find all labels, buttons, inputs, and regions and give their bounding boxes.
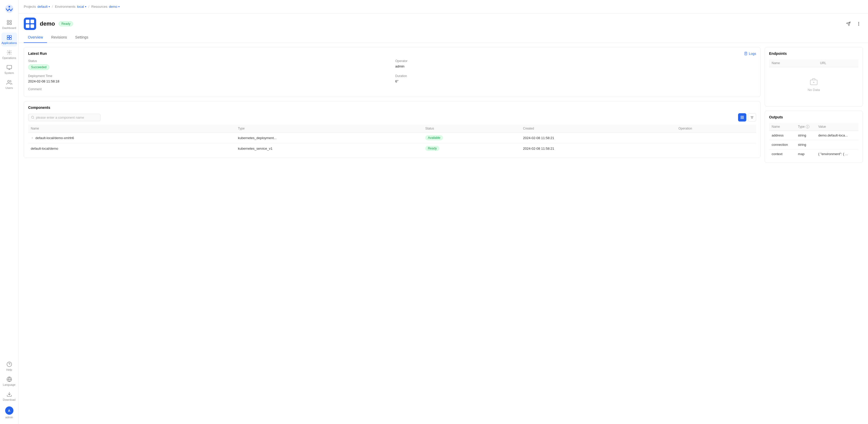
col-status: Status xyxy=(423,124,520,133)
table-row: context map { "environment": { ... xyxy=(769,149,859,159)
outputs-card: Outputs Name Type i Value xyxy=(765,111,863,163)
search-input[interactable] xyxy=(36,116,98,119)
sidebar-item-system-label: System xyxy=(4,72,14,75)
operator-field: Operator admin xyxy=(395,59,756,70)
no-data-label: No Data xyxy=(808,88,820,92)
sidebar-item-language[interactable]: Language xyxy=(2,374,17,388)
svg-rect-10 xyxy=(7,65,11,69)
sidebar-item-operations[interactable]: Operations xyxy=(2,48,17,61)
svg-point-12 xyxy=(7,362,11,367)
component-status-cell: Ready xyxy=(423,143,520,154)
output-type: string xyxy=(796,131,816,140)
environments-chevron-icon: ▾ xyxy=(85,5,86,8)
projects-value: default xyxy=(37,5,48,8)
topbar: Projects default ▾ / Environments local … xyxy=(19,0,868,13)
sidebar-item-help-label: Help xyxy=(6,368,12,371)
outputs-title: Outputs xyxy=(769,115,859,119)
logo[interactable] xyxy=(4,3,15,15)
no-data: No Data xyxy=(772,70,856,100)
output-value: { "environment": { ... xyxy=(815,149,859,159)
sidebar-item-dashboard-label: Dashboard xyxy=(2,26,16,29)
deployment-time-value: 2024-02-08 11:58:18 xyxy=(28,79,389,83)
output-name: address xyxy=(769,131,796,140)
avatar: A xyxy=(5,406,13,415)
more-options-button[interactable] xyxy=(855,20,863,28)
svg-rect-8 xyxy=(9,38,11,39)
svg-point-26 xyxy=(32,116,34,118)
sidebar-item-dashboard[interactable]: Dashboard xyxy=(2,18,17,32)
tab-settings[interactable]: Settings xyxy=(71,32,92,43)
svg-rect-5 xyxy=(7,35,9,37)
component-name-cell: default-local/demo xyxy=(28,143,235,154)
components-title: Components xyxy=(28,106,756,110)
sidebar-item-download[interactable]: Download xyxy=(2,389,17,403)
component-search-box[interactable] xyxy=(28,114,100,121)
tab-revisions[interactable]: Revisions xyxy=(47,32,71,43)
svg-rect-6 xyxy=(9,35,11,37)
tab-overview[interactable]: Overview xyxy=(24,32,47,43)
user-profile[interactable]: A admin xyxy=(2,404,17,421)
components-table: Name Type Status Created Operation ＋ def… xyxy=(28,124,756,153)
sidebar-item-operations-label: Operations xyxy=(2,56,16,59)
component-created-cell: 2024-02-08 11:58:21 xyxy=(520,143,676,154)
endpoints-col-name: Name xyxy=(769,59,817,67)
resources-select[interactable]: demo ▾ xyxy=(109,5,120,8)
tabs: Overview Revisions Settings xyxy=(19,32,868,43)
resource-icon xyxy=(24,18,36,30)
sidebar-item-help[interactable]: Help xyxy=(2,359,17,373)
svg-point-21 xyxy=(859,25,859,25)
components-toolbar xyxy=(28,113,756,121)
latest-run-card: Latest Run Logs Status xyxy=(24,47,761,97)
logs-button[interactable]: Logs xyxy=(744,52,756,56)
endpoints-card: Endpoints Name URL xyxy=(765,47,863,107)
environments-label: Environments xyxy=(55,5,75,8)
sidebar-item-applications[interactable]: Applications xyxy=(2,33,17,47)
duration-field: Duration 6'' xyxy=(395,74,756,83)
component-operation-cell xyxy=(676,143,756,154)
outputs-col-type: Type i xyxy=(796,123,816,131)
sidebar-item-users[interactable]: Users xyxy=(2,78,17,91)
sidebar-item-system[interactable]: System xyxy=(2,62,17,77)
sidebar-item-download-label: Download xyxy=(3,398,16,401)
projects-select[interactable]: default ▾ xyxy=(37,5,50,8)
sidebar-item-language-label: Language xyxy=(3,383,16,386)
resources-value: demo xyxy=(109,5,118,8)
output-value xyxy=(815,140,859,149)
component-name-cell: ＋ default-local/demo-xmhh6 xyxy=(28,133,235,143)
outputs-col-value: Value xyxy=(815,123,859,131)
col-name: Name xyxy=(28,124,235,133)
svg-rect-7 xyxy=(7,38,9,39)
svg-rect-31 xyxy=(742,118,743,119)
components-card: Components xyxy=(24,101,761,158)
table-row: default-local/demo kubernetes_service_v1… xyxy=(28,143,756,154)
component-type-cell: kubernetes_deployment... xyxy=(235,133,423,143)
projects-label: Projects xyxy=(24,5,36,8)
outputs-col-name: Name xyxy=(769,123,796,131)
content-left: Latest Run Logs Status xyxy=(24,47,761,420)
search-icon xyxy=(31,116,34,119)
environments-value: local xyxy=(77,5,84,8)
grid-view-button[interactable] xyxy=(738,113,746,121)
sidebar-item-applications-label: Applications xyxy=(2,41,17,45)
output-name: connection xyxy=(769,140,796,149)
resource-actions xyxy=(844,20,863,28)
deploy-button[interactable] xyxy=(844,20,852,28)
sidebar: Dashboard Applications Operations System xyxy=(0,0,19,424)
svg-point-11 xyxy=(7,80,9,82)
filter-view-button[interactable] xyxy=(748,113,756,121)
expand-icon[interactable]: ＋ xyxy=(31,136,34,140)
environments-select[interactable]: local ▾ xyxy=(77,5,86,8)
svg-line-27 xyxy=(33,118,34,119)
duration-value: 6'' xyxy=(395,79,756,83)
type-info-icon[interactable]: i xyxy=(806,125,809,129)
view-toggle xyxy=(738,113,756,121)
comment-field: Comment xyxy=(28,87,389,92)
svg-point-19 xyxy=(859,22,859,23)
outputs-table: Name Type i Value address st xyxy=(769,123,859,159)
run-grid: Status Succeeded Operator admin Deployme… xyxy=(28,59,756,92)
content-area: Latest Run Logs Status xyxy=(19,43,868,424)
table-row: address string demo.default-loca... xyxy=(769,131,859,140)
status-field: Status Succeeded xyxy=(28,59,389,70)
endpoints-col-url: URL xyxy=(817,59,859,67)
resource-header: demo Ready xyxy=(19,13,868,30)
